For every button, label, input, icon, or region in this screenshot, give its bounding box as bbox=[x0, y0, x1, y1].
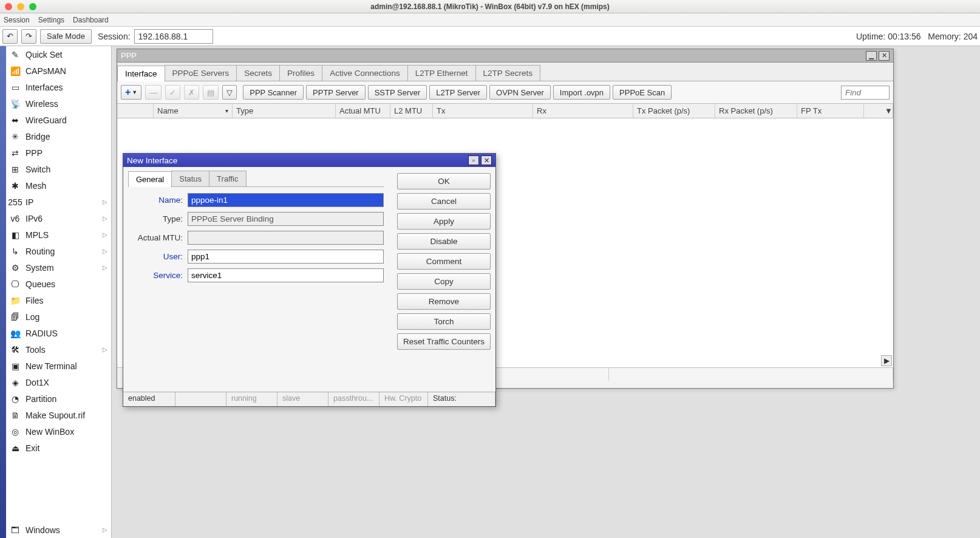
ppp-window-titlebar[interactable]: PPP ▁ ✕ bbox=[117, 49, 893, 63]
sidebar-item-interfaces[interactable]: ▭Interfaces bbox=[6, 79, 111, 95]
l2tp-server-button[interactable]: L2TP Server bbox=[429, 85, 487, 100]
sidebar-item-exit[interactable]: ⏏Exit bbox=[6, 440, 111, 456]
sidebar-item-make-supout-rif[interactable]: 🗎Make Supout.rif bbox=[6, 407, 111, 423]
filter-button[interactable]: ▽ bbox=[222, 85, 237, 100]
tab-l2tp-secrets[interactable]: L2TP Secrets bbox=[475, 65, 541, 81]
session-input[interactable] bbox=[134, 29, 213, 44]
undo-button[interactable]: ↶ bbox=[2, 29, 18, 44]
menu-session[interactable]: Session bbox=[4, 16, 30, 24]
sidebar-item-label: Exit bbox=[26, 443, 39, 453]
sidebar-item-label: Quick Set bbox=[26, 50, 63, 60]
ok-button[interactable]: OK bbox=[397, 173, 491, 189]
add-button[interactable]: +▼ bbox=[121, 85, 141, 100]
tab-active-connections[interactable]: Active Connections bbox=[322, 65, 408, 81]
sidebar-icon: v6 bbox=[10, 213, 21, 224]
safe-mode-button[interactable]: Safe Mode bbox=[40, 29, 92, 44]
dialog-tab-status[interactable]: Status bbox=[171, 171, 209, 186]
disable-button[interactable]: ✗ bbox=[184, 85, 199, 100]
tab-l2tp-ethernet[interactable]: L2TP Ethernet bbox=[407, 65, 476, 81]
remove-button[interactable]: — bbox=[145, 85, 162, 100]
sidebar-item-wireguard[interactable]: ⬌WireGuard bbox=[6, 112, 111, 128]
sidebar-item-switch[interactable]: ⊞Switch bbox=[6, 161, 111, 177]
sidebar-item-mesh[interactable]: ✱Mesh bbox=[6, 177, 111, 194]
sidebar-item-radius[interactable]: 👥RADIUS bbox=[6, 325, 111, 341]
ppp-close-icon[interactable]: ✕ bbox=[879, 51, 890, 61]
sidebar-item-queues[interactable]: 🖵Queues bbox=[6, 276, 111, 292]
disable-button[interactable]: Disable bbox=[397, 233, 491, 250]
sidebar-item-capsman[interactable]: 📶CAPsMAN bbox=[6, 63, 111, 79]
close-window-icon[interactable] bbox=[5, 3, 12, 10]
pptp-server-button[interactable]: PPTP Server bbox=[306, 85, 366, 100]
ovpn-server-button[interactable]: OVPN Server bbox=[489, 85, 551, 100]
ppp-minimize-icon[interactable]: ▁ bbox=[866, 51, 877, 61]
sidebar-item-label: New WinBox bbox=[26, 427, 74, 437]
copy-button[interactable]: Copy bbox=[397, 273, 491, 290]
column-l2-mtu[interactable]: L2 MTU bbox=[390, 104, 433, 118]
remove-button[interactable]: Remove bbox=[397, 293, 491, 310]
sidebar-item-ipv6[interactable]: v6IPv6▷ bbox=[6, 210, 111, 226]
comment-button[interactable]: Comment bbox=[397, 253, 491, 270]
tab-profiles[interactable]: Profiles bbox=[279, 65, 322, 81]
sidebar-item-system[interactable]: ⚙System▷ bbox=[6, 259, 111, 276]
name-input[interactable] bbox=[188, 193, 384, 207]
sidebar-item-mpls[interactable]: ◧MPLS▷ bbox=[6, 226, 111, 243]
sstp-server-button[interactable]: SSTP Server bbox=[368, 85, 427, 100]
maximize-window-icon[interactable] bbox=[29, 3, 36, 10]
sidebar-item-wireless[interactable]: 📡Wireless bbox=[6, 95, 111, 112]
sidebar-item-new-winbox[interactable]: ◎New WinBox bbox=[6, 423, 111, 440]
sidebar-item-ppp[interactable]: ⇄PPP bbox=[6, 145, 111, 161]
sidebar-item-partition[interactable]: ◔Partition bbox=[6, 390, 111, 407]
column-rx[interactable]: Rx bbox=[533, 104, 633, 118]
dialog-close-icon[interactable]: ✕ bbox=[481, 155, 492, 165]
dialog-tab-traffic[interactable]: Traffic bbox=[209, 171, 246, 186]
sidebar-item-windows[interactable]: 🗔Windows▷ bbox=[6, 522, 111, 538]
pppoe-scan-button[interactable]: PPPoE Scan bbox=[613, 85, 672, 100]
sidebar-item-dot1x[interactable]: ◈Dot1X bbox=[6, 374, 111, 390]
dialog-minimize-icon[interactable]: ▫ bbox=[468, 155, 479, 165]
menu-settings[interactable]: Settings bbox=[38, 16, 64, 24]
comment-button[interactable]: ▤ bbox=[203, 85, 219, 100]
status-passthrough: passthrou... bbox=[328, 392, 379, 406]
sidebar-item-files[interactable]: 📁Files bbox=[6, 292, 111, 308]
redo-button[interactable]: ↷ bbox=[21, 29, 36, 44]
find-input[interactable] bbox=[841, 86, 890, 100]
sidebar-item-bridge[interactable]: ✳Bridge bbox=[6, 128, 111, 145]
dialog-titlebar[interactable]: New Interface ▫ ✕ bbox=[123, 154, 495, 167]
tab-pppoe-servers[interactable]: PPPoE Servers bbox=[165, 65, 237, 81]
sidebar-item-ip[interactable]: 255IP▷ bbox=[6, 194, 111, 210]
columns-dropdown-icon[interactable]: ▼ bbox=[881, 104, 893, 118]
column-flag[interactable] bbox=[117, 104, 154, 118]
enable-button[interactable]: ✓ bbox=[165, 85, 180, 100]
sidebar-icon: ◈ bbox=[10, 377, 21, 388]
minimize-window-icon[interactable] bbox=[17, 3, 24, 10]
import-ovpn-button[interactable]: Import .ovpn bbox=[553, 85, 610, 100]
torch-button[interactable]: Torch bbox=[397, 313, 491, 330]
column-name[interactable]: Name ▾ bbox=[154, 104, 233, 118]
sidebar-item-quick-set[interactable]: ✎Quick Set bbox=[6, 46, 111, 63]
cancel-button[interactable]: Cancel bbox=[397, 193, 491, 209]
column-tx-packet-p-s-[interactable]: Tx Packet (p/s) bbox=[633, 104, 715, 118]
scroll-right-icon[interactable]: ▶ bbox=[881, 355, 892, 366]
sidebar-item-tools[interactable]: 🛠Tools▷ bbox=[6, 341, 111, 358]
column-actual-mtu[interactable]: Actual MTU bbox=[336, 104, 390, 118]
menu-dashboard[interactable]: Dashboard bbox=[73, 16, 109, 24]
apply-button[interactable]: Apply bbox=[397, 213, 491, 230]
sidebar-item-log[interactable]: 🗐Log bbox=[6, 308, 111, 325]
sidebar-item-new-terminal[interactable]: ▣New Terminal bbox=[6, 358, 111, 374]
chevron-right-icon: ▷ bbox=[103, 526, 107, 533]
dialog-tab-general[interactable]: General bbox=[128, 171, 172, 187]
column-tx[interactable]: Tx bbox=[433, 104, 533, 118]
column-rx-packet-p-s-[interactable]: Rx Packet (p/s) bbox=[715, 104, 797, 118]
sidebar-icon: ✱ bbox=[10, 180, 21, 191]
sidebar-item-routing[interactable]: ↳Routing▷ bbox=[6, 243, 111, 259]
reset-traffic-counters-button[interactable]: Reset Traffic Counters bbox=[397, 333, 491, 350]
chevron-right-icon: ▷ bbox=[103, 346, 107, 353]
ppp-scanner-button[interactable]: PPP Scanner bbox=[243, 85, 304, 100]
column-type[interactable]: Type bbox=[233, 104, 336, 118]
sidebar-item-label: Log bbox=[26, 312, 39, 322]
tab-secrets[interactable]: Secrets bbox=[236, 65, 280, 81]
tab-interface[interactable]: Interface bbox=[117, 66, 165, 81]
user-input[interactable] bbox=[188, 250, 384, 264]
service-input[interactable] bbox=[188, 268, 384, 282]
column-fp-tx[interactable]: FP Tx bbox=[797, 104, 864, 118]
